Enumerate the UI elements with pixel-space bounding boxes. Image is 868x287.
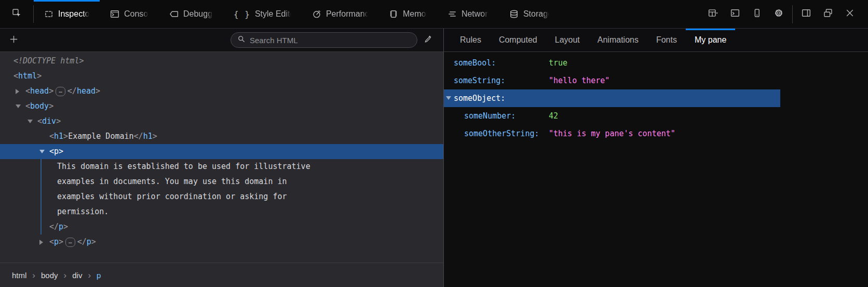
markup-text-line[interactable]: examples in documents. You may use this … xyxy=(0,174,443,189)
panel-tab-strip: InspectorConsoleDebugger{ }Style EditorP… xyxy=(34,0,560,28)
markup-bracket: < xyxy=(49,144,54,159)
console-icon xyxy=(110,9,119,19)
eyedropper-button[interactable] xyxy=(417,31,438,49)
eyedropper-icon xyxy=(423,34,432,46)
sidebar-toggle-icon xyxy=(802,8,811,20)
markup-bracket: </ xyxy=(77,234,87,250)
toolbar-tab-style-editor[interactable]: { }Style Editor xyxy=(223,0,302,28)
pane-value: "hello there" xyxy=(549,76,609,85)
pane-key: someString: xyxy=(454,76,549,85)
markup-text: examples in documents. You may use this … xyxy=(57,177,287,186)
pane-row-someOtherString[interactable]: someOtherString:"this is my pane's conte… xyxy=(444,125,868,142)
dock-sidebar-button[interactable] xyxy=(795,0,817,29)
performance-icon xyxy=(312,9,321,19)
markup-bracket: > xyxy=(49,99,53,114)
markup-bracket: > xyxy=(37,69,42,84)
toolbar-tab-inspector[interactable]: Inspector xyxy=(34,0,100,28)
toolbar-tab-performance[interactable]: Performance xyxy=(302,0,378,28)
markup-tag: p xyxy=(54,234,59,250)
markup-bracket: < xyxy=(25,99,30,114)
close-icon xyxy=(845,8,855,20)
sidebar-tab-rules[interactable]: Rules xyxy=(451,29,490,51)
markup-row[interactable]: <div> xyxy=(0,114,443,129)
markup-row[interactable]: </p> xyxy=(0,219,443,234)
toolbar-tab-label: Debugger xyxy=(183,9,213,19)
close-button[interactable] xyxy=(839,0,861,29)
markup-doctype: <!DOCTYPE html> xyxy=(13,54,84,69)
search-html-box[interactable] xyxy=(230,32,417,48)
expand-arrow-icon[interactable] xyxy=(39,240,49,245)
split-console-button[interactable] xyxy=(724,0,746,29)
gear-icon xyxy=(774,8,783,20)
collapsed-content-ellipsis[interactable]: … xyxy=(56,87,65,96)
pane-value: 42 xyxy=(549,111,558,121)
toolbar-tab-network[interactable]: Network xyxy=(437,0,499,28)
plus-icon xyxy=(9,35,18,46)
inspector-sidebar: RulesComputedLayoutAnimationsFontsMy pan… xyxy=(444,29,868,287)
search-html-input[interactable] xyxy=(250,36,411,45)
collapse-arrow-icon[interactable] xyxy=(446,96,451,100)
breadcrumb: html›body›div›p xyxy=(0,263,443,287)
markup-row[interactable]: <p> xyxy=(0,144,443,159)
markup-bracket: < xyxy=(49,129,54,144)
toolbar-actions xyxy=(702,0,868,28)
markup-text-line[interactable]: This domain is established to be used fo… xyxy=(0,159,443,174)
sidebar-tab-layout[interactable]: Layout xyxy=(546,29,589,51)
collapsed-content-ellipsis[interactable]: … xyxy=(65,238,75,247)
collapse-arrow-icon[interactable] xyxy=(28,120,37,123)
markup-row[interactable]: <h1>Example Domain</h1> xyxy=(0,129,443,144)
markup-text: permission. xyxy=(57,207,108,216)
separate-window-button[interactable] xyxy=(817,0,839,29)
frames-picker-icon xyxy=(708,8,718,20)
sidebar-tab-computed[interactable]: Computed xyxy=(490,29,546,51)
markup-bracket: > xyxy=(91,234,96,250)
memory-icon xyxy=(389,9,398,19)
markup-bracket: > xyxy=(96,84,100,99)
markup-row[interactable]: <!DOCTYPE html> xyxy=(0,54,443,69)
pane-row-someString[interactable]: someString:"hello there" xyxy=(444,72,868,89)
markup-bracket: > xyxy=(59,144,63,159)
responsive-design-icon xyxy=(752,8,762,20)
markup-text-line[interactable]: examples without prior coordination or a… xyxy=(0,189,443,204)
markup-row[interactable]: <body> xyxy=(0,99,443,114)
pane-row-someObject[interactable]: someObject: xyxy=(444,89,780,107)
breadcrumb-item-div[interactable]: div xyxy=(71,271,84,280)
markup-row[interactable]: <html> xyxy=(0,69,443,84)
add-node-button[interactable] xyxy=(4,31,23,49)
toolbar-tab-console[interactable]: Console xyxy=(100,0,159,28)
markup-row[interactable]: <p>…</p> xyxy=(0,234,443,250)
pane-row-someBool[interactable]: someBool:true xyxy=(444,54,868,72)
node-picker-button[interactable] xyxy=(0,0,33,28)
sidebar-tab-strip: RulesComputedLayoutAnimationsFontsMy pan… xyxy=(444,29,868,52)
toolbar-tab-storage[interactable]: Storage xyxy=(499,0,560,28)
markup-text-line[interactable]: permission. xyxy=(0,204,443,219)
sidebar-tab-animations[interactable]: Animations xyxy=(589,29,647,51)
collapse-arrow-icon[interactable] xyxy=(16,105,25,108)
responsive-design-button[interactable] xyxy=(746,0,768,29)
pane-key: someOtherString: xyxy=(464,129,549,138)
markup-text: Example Domain xyxy=(68,129,133,144)
markup-row[interactable]: <head>…</head> xyxy=(0,84,443,99)
sidebar-tab-fonts[interactable]: Fonts xyxy=(647,29,686,51)
node-picker-icon xyxy=(12,8,21,20)
collapse-arrow-icon[interactable] xyxy=(39,150,49,153)
frames-picker-button[interactable] xyxy=(702,0,724,29)
breadcrumb-item-body[interactable]: body xyxy=(39,271,60,280)
markup-bracket: > xyxy=(63,129,68,144)
devtools-toolbar: InspectorConsoleDebugger{ }Style EditorP… xyxy=(0,0,868,29)
markup-bracket: </ xyxy=(67,84,77,99)
markup-bracket: > xyxy=(59,234,63,250)
pane-row-someNumber[interactable]: someNumber:42 xyxy=(444,107,868,125)
expand-arrow-icon[interactable] xyxy=(16,89,25,94)
breadcrumb-item-p[interactable]: p xyxy=(95,271,102,280)
toolbar-tab-label: Style Editor xyxy=(255,9,291,19)
toolbar-tab-memory[interactable]: Memory xyxy=(378,0,437,28)
toolbar-tab-debugger[interactable]: Debugger xyxy=(159,0,223,28)
settings-button[interactable] xyxy=(768,0,790,29)
breadcrumb-item-html[interactable]: html xyxy=(10,271,28,280)
toolbar-tab-label: Storage xyxy=(523,9,549,19)
breadcrumb-separator-icon: › xyxy=(32,271,35,280)
toolbar-tab-label: Performance xyxy=(326,9,368,19)
sidebar-tab-my-pane[interactable]: My pane xyxy=(686,29,735,51)
toolbar-tab-label: Inspector xyxy=(58,9,89,19)
